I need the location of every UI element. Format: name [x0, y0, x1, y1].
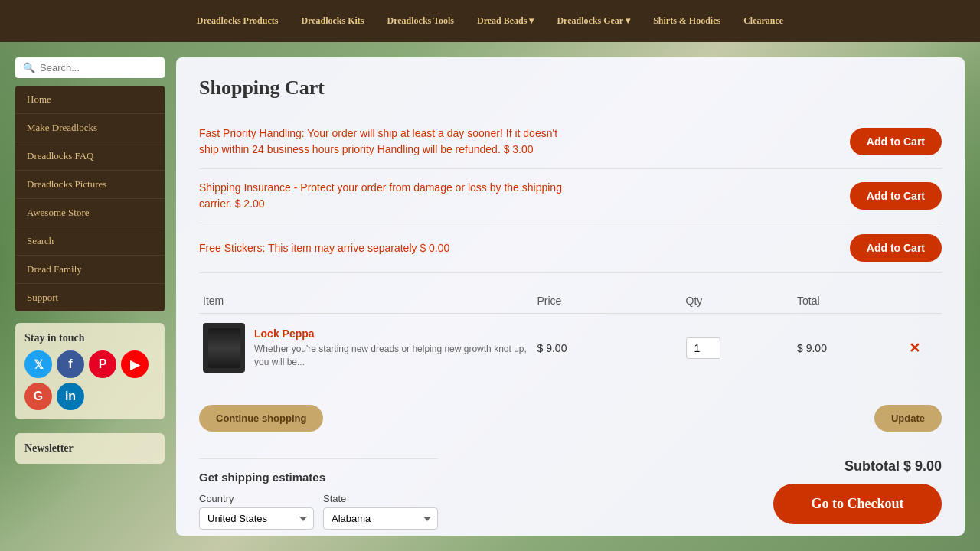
- stay-in-touch-section: Stay in touch 𝕏 f P ▶ G in: [15, 323, 165, 419]
- sidebar-item-awesome-store[interactable]: Awesome Store: [15, 199, 165, 227]
- continue-shopping-button[interactable]: Continue shopping: [199, 405, 323, 432]
- youtube-icon[interactable]: ▶: [121, 350, 149, 378]
- cart-panel: Shopping Cart Fast Priority Handling: Yo…: [176, 57, 965, 536]
- cart-item-cell: Lock Peppa Whether you're starting new d…: [199, 314, 534, 383]
- upsell-text-0: Fast Priority Handling: Your order will …: [199, 126, 567, 158]
- col-header-item: Item: [199, 289, 534, 314]
- add-to-cart-button-0[interactable]: Add to Cart: [850, 128, 942, 155]
- col-header-total: Total: [793, 289, 905, 314]
- shipping-section: Get shipping estimates Country United St…: [199, 458, 438, 530]
- nav-item-clearance[interactable]: Clearance: [736, 12, 791, 30]
- upsell-item-1: Shipping Insurance - Protect your order …: [199, 169, 942, 223]
- nav-item-shirts-hoodies[interactable]: Shirts & Hoodies: [645, 12, 728, 30]
- nav-item-dreadlocks-gear[interactable]: Dreadlocks Gear ▾: [549, 12, 638, 30]
- chevron-down-icon: ▾: [529, 15, 534, 27]
- nav-item-dreadlocks-tools[interactable]: Dreadlocks Tools: [380, 12, 462, 30]
- cart-item-price: $ 9.00: [534, 314, 682, 383]
- newsletter-title: Newsletter: [24, 442, 155, 455]
- sidebar-item-dreadlocks-pictures[interactable]: Dreadlocks Pictures: [15, 171, 165, 199]
- cart-actions: Continue shopping Update: [199, 397, 942, 432]
- nav-items-container: Dreadlocks Products Dreadlocks Kits Drea…: [189, 12, 791, 30]
- country-group: Country United States Canada United King…: [199, 493, 314, 530]
- col-header-remove: [905, 289, 942, 314]
- cart-table-header: Item Price Qty Total: [199, 289, 942, 314]
- nav-item-dreadlocks-kits[interactable]: Dreadlocks Kits: [293, 12, 371, 30]
- chevron-down-icon: ▾: [626, 15, 630, 27]
- subtotal-amount: $ 9.00: [903, 458, 942, 474]
- cart-table: Item Price Qty Total: [199, 289, 942, 382]
- google-icon[interactable]: G: [24, 383, 52, 410]
- country-label: Country: [199, 493, 314, 504]
- product-description: Whether you're starting new dreads or he…: [254, 343, 530, 369]
- sidebar: 🔍 Home Make Dreadlocks Dreadlocks FAQ Dr…: [15, 57, 165, 536]
- sidebar-item-dread-family[interactable]: Dread Family: [15, 256, 165, 284]
- sidebar-item-make-dreadlocks[interactable]: Make Dreadlocks: [15, 114, 165, 142]
- product-image: [203, 323, 245, 373]
- cart-item-remove: ✕: [905, 314, 942, 383]
- search-icon: 🔍: [23, 62, 35, 73]
- search-box: 🔍: [15, 57, 165, 78]
- top-navigation: Dreadlocks Products Dreadlocks Kits Drea…: [0, 0, 980, 42]
- search-input[interactable]: [40, 62, 157, 73]
- quantity-input[interactable]: [686, 337, 720, 359]
- social-icons-container: 𝕏 f P ▶ G in: [24, 350, 155, 410]
- product-name[interactable]: Lock Peppa: [254, 328, 530, 340]
- pinterest-icon[interactable]: P: [89, 350, 116, 378]
- checkout-area: Subtotal $ 9.00 Go to Checkout: [773, 443, 942, 524]
- upsell-item-2: Free Stickers: This item may arrive sepa…: [199, 223, 942, 273]
- stay-in-touch-title: Stay in touch: [24, 332, 155, 344]
- add-to-cart-button-2[interactable]: Add to Cart: [850, 234, 942, 262]
- facebook-icon[interactable]: f: [57, 350, 84, 378]
- twitter-icon[interactable]: 𝕏: [24, 350, 52, 378]
- newsletter-section: Newsletter: [15, 433, 165, 464]
- state-label: State: [323, 493, 438, 504]
- upsell-item-0: Fast Priority Handling: Your order will …: [199, 115, 942, 169]
- nav-item-dreadlocks-products[interactable]: Dreadlocks Products: [189, 12, 286, 30]
- col-header-qty: Qty: [682, 289, 794, 314]
- main-layout: 🔍 Home Make Dreadlocks Dreadlocks FAQ Dr…: [0, 42, 980, 551]
- state-group: State Alabama Alaska Arizona: [323, 493, 438, 530]
- upsell-text-2: Free Stickers: This item may arrive sepa…: [199, 240, 449, 256]
- shipping-title: Get shipping estimates: [199, 471, 438, 484]
- update-cart-button[interactable]: Update: [874, 405, 942, 432]
- sidebar-item-search[interactable]: Search: [15, 227, 165, 256]
- bottom-section: Get shipping estimates Country United St…: [199, 443, 942, 530]
- product-info: Lock Peppa Whether you're starting new d…: [254, 328, 530, 369]
- subtotal-label: Subtotal: [844, 458, 900, 474]
- cart-item-qty: [682, 314, 794, 383]
- sidebar-item-home[interactable]: Home: [15, 86, 165, 114]
- state-select[interactable]: Alabama Alaska Arizona: [323, 507, 438, 530]
- product-image-inner: [208, 328, 240, 368]
- linkedin-icon[interactable]: in: [57, 383, 84, 410]
- nav-item-dread-beads[interactable]: Dread Beads ▾: [469, 12, 541, 30]
- cart-item-total: $ 9.00: [793, 314, 905, 383]
- checkout-button[interactable]: Go to Checkout: [773, 484, 942, 524]
- add-to-cart-button-1[interactable]: Add to Cart: [850, 182, 942, 210]
- upsell-text-1: Shipping Insurance - Protect your order …: [199, 180, 567, 212]
- country-select[interactable]: United States Canada United Kingdom: [199, 507, 314, 530]
- shipping-form: Country United States Canada United King…: [199, 493, 438, 530]
- sidebar-menu: Home Make Dreadlocks Dreadlocks FAQ Drea…: [15, 86, 165, 311]
- main-content: Shopping Cart Fast Priority Handling: Yo…: [176, 57, 965, 536]
- cart-table-body: Lock Peppa Whether you're starting new d…: [199, 314, 942, 383]
- col-header-price: Price: [534, 289, 682, 314]
- sidebar-item-support[interactable]: Support: [15, 284, 165, 311]
- subtotal-display: Subtotal $ 9.00: [773, 458, 942, 474]
- product-cell: Lock Peppa Whether you're starting new d…: [203, 323, 530, 373]
- remove-item-button[interactable]: ✕: [909, 340, 920, 357]
- sidebar-item-dreadlocks-faq[interactable]: Dreadlocks FAQ: [15, 142, 165, 171]
- cart-title: Shopping Cart: [199, 77, 942, 99]
- table-row: Lock Peppa Whether you're starting new d…: [199, 314, 942, 383]
